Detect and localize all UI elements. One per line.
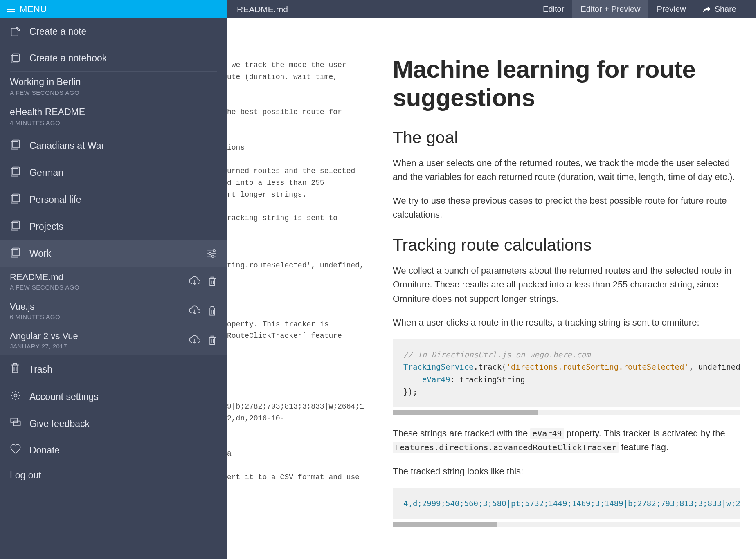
note-meta: 6 MINUTES AGO xyxy=(10,313,189,320)
note-item[interactable]: Angular 2 vs Vue JANUARY 27, 2017 xyxy=(0,326,227,355)
notebook-label: Personal life xyxy=(29,194,81,205)
svg-point-14 xyxy=(213,250,215,252)
share-button[interactable]: Share xyxy=(694,0,745,18)
code-block: // In DirectionsCtrl.js on wego.here.com… xyxy=(393,339,740,407)
cloud-download-icon[interactable] xyxy=(189,305,201,316)
notebook-icon xyxy=(10,193,21,207)
cloud-download-icon[interactable] xyxy=(189,276,201,286)
svg-point-16 xyxy=(209,252,211,254)
note-title: Angular 2 vs Vue xyxy=(10,331,189,341)
svg-rect-20 xyxy=(11,418,17,423)
tab-editor[interactable]: Editor xyxy=(535,0,572,18)
code-token: eVar49 xyxy=(422,375,450,384)
preview-paragraph: When a user clicks a route in the result… xyxy=(393,316,740,330)
feedback-label: Give feedback xyxy=(29,418,90,429)
preview-pane[interactable]: Machine learning for route suggestions T… xyxy=(376,18,756,559)
fullscreen-button[interactable] xyxy=(745,0,756,10)
horizontal-scrollbar[interactable] xyxy=(393,522,740,527)
recent-item[interactable]: Working in Berlin A FEW SECONDS AGO xyxy=(0,72,227,102)
share-icon xyxy=(702,6,711,13)
recent-item[interactable]: eHealth README 4 MINUTES AGO xyxy=(0,102,227,132)
note-title: README.md xyxy=(10,272,189,283)
code-token: TrackingService xyxy=(403,362,474,371)
inline-code: eVar49 xyxy=(530,428,564,439)
code-block: 4,d;2999;540;560;3;580|pt;5732;1449;1469… xyxy=(393,488,740,519)
topbar: MENU README.md Editor Editor + Preview P… xyxy=(0,0,756,18)
notes-list: README.md A FEW SECONDS AGO Vue.js 6 MIN… xyxy=(0,267,227,355)
trash-icon[interactable] xyxy=(207,305,217,317)
preview-paragraph: When a user selects one of the returned … xyxy=(393,156,740,184)
svg-rect-21 xyxy=(14,421,20,426)
notebook-icon xyxy=(10,247,21,260)
trash-icon[interactable] xyxy=(207,276,217,287)
trash-icon[interactable] xyxy=(207,335,217,346)
note-meta: A FEW SECONDS AGO xyxy=(10,284,189,291)
code-token: : trackingString xyxy=(450,375,525,384)
notebook-label: Canadians at War xyxy=(29,140,104,151)
note-item[interactable]: Vue.js 6 MINUTES AGO xyxy=(0,296,227,326)
notebook-icon xyxy=(10,139,21,153)
note-item[interactable]: README.md A FEW SECONDS AGO xyxy=(0,267,227,296)
hamburger-icon xyxy=(7,7,15,12)
recent-title: Working in Berlin xyxy=(10,76,217,88)
current-file-title: README.md xyxy=(227,0,535,18)
create-notebook-label: Create a notebook xyxy=(29,53,217,64)
sidebar: Create a note Create a notebook Working … xyxy=(0,18,227,559)
notebook-item[interactable]: Projects xyxy=(0,213,227,240)
code-comment: // In DirectionsCtrl.js on wego.here.com xyxy=(403,350,591,359)
text-span: feature flag. xyxy=(619,442,668,452)
chat-icon xyxy=(10,417,21,431)
notebook-label: German xyxy=(29,167,63,178)
preview-paragraph: These strings are tracked with the eVar4… xyxy=(393,427,740,454)
notebook-item-selected[interactable]: Work xyxy=(0,240,227,267)
recent-meta: A FEW SECONDS AGO xyxy=(10,89,217,96)
menu-label: MENU xyxy=(20,4,47,15)
notebook-item[interactable]: Personal life xyxy=(0,186,227,213)
cloud-download-icon[interactable] xyxy=(189,335,201,345)
gear-icon xyxy=(10,390,21,404)
account-label: Account settings xyxy=(29,391,99,402)
trash-label: Trash xyxy=(29,364,52,375)
notebook-label: Work xyxy=(29,248,51,259)
code-token: , undefined, xyxy=(689,362,740,371)
account-settings-button[interactable]: Account settings xyxy=(0,383,227,410)
code-token: }); xyxy=(403,387,417,396)
note-title: Vue.js xyxy=(10,301,189,312)
give-feedback-button[interactable]: Give feedback xyxy=(0,410,227,437)
preview-paragraph: We try to use these previous cases to pr… xyxy=(393,194,740,222)
preview-paragraph: We collect a bunch of parameters about t… xyxy=(393,264,740,305)
trash-button[interactable]: Trash xyxy=(0,355,227,383)
preview-h1: Machine learning for route suggestions xyxy=(393,55,740,112)
code-token: 4,d;2999;540;560;3;580|pt;5732;1449;1469… xyxy=(403,499,740,508)
inline-code: Features.directions.advancedRouteClickTr… xyxy=(393,442,619,453)
notebook-icon xyxy=(10,220,21,233)
horizontal-scrollbar[interactable] xyxy=(393,410,740,415)
notebook-icon xyxy=(10,166,21,180)
recent-title: eHealth README xyxy=(10,107,217,118)
text-span: property. This tracker is activated by t… xyxy=(564,428,725,438)
text-span: These strings are tracked with the xyxy=(393,428,530,438)
preview-h2-goal: The goal xyxy=(393,128,740,147)
create-note-button[interactable]: Create a note xyxy=(0,18,227,45)
trash-icon xyxy=(10,362,20,377)
heart-icon xyxy=(10,444,21,457)
tab-preview[interactable]: Preview xyxy=(648,0,694,18)
logout-button[interactable]: Log out xyxy=(0,463,227,487)
menu-button[interactable]: MENU xyxy=(0,0,227,18)
preview-paragraph: The tracked string looks like this: xyxy=(393,465,740,478)
svg-point-19 xyxy=(14,394,17,397)
editor-pane[interactable]: we track the mode the userute (duration,… xyxy=(227,18,376,559)
create-notebook-button[interactable]: Create a notebook xyxy=(0,45,227,71)
donate-button[interactable]: Donate xyxy=(0,437,227,463)
code-token: .track( xyxy=(474,362,506,371)
create-notebook-icon xyxy=(10,52,21,64)
logout-label: Log out xyxy=(10,470,41,481)
preview-h2-tracking: Tracking route calculations xyxy=(393,236,740,255)
note-meta: JANUARY 27, 2017 xyxy=(10,343,189,350)
notebook-item[interactable]: Canadians at War xyxy=(0,132,227,159)
share-label: Share xyxy=(715,4,736,14)
settings-sliders-icon[interactable] xyxy=(207,249,217,258)
tab-editor-preview[interactable]: Editor + Preview xyxy=(572,0,648,18)
notebook-item[interactable]: German xyxy=(0,159,227,186)
create-note-label: Create a note xyxy=(29,26,217,37)
